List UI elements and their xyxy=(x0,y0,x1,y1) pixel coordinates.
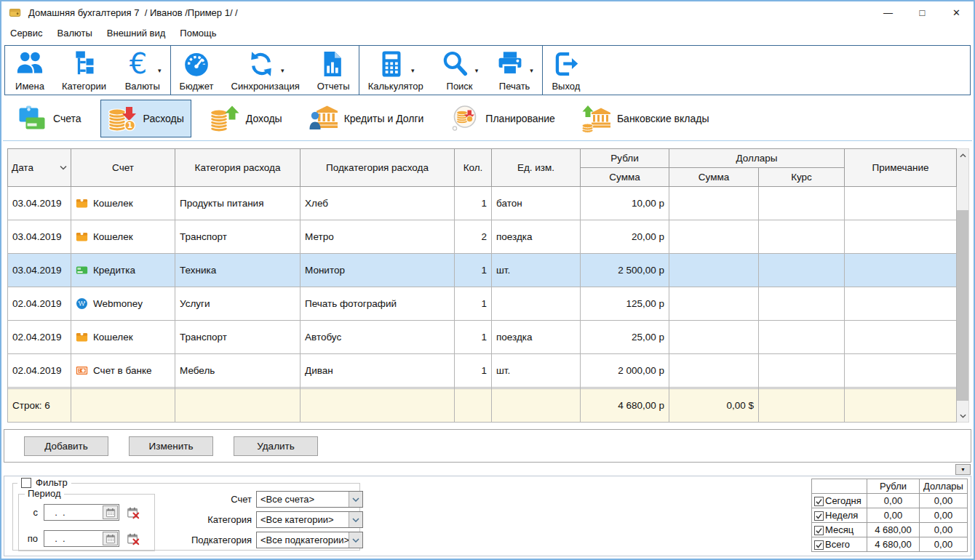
scroll-up-icon[interactable] xyxy=(957,149,968,161)
cell-category[interactable]: Транспорт xyxy=(175,321,301,354)
cell-rub-sum[interactable]: 2 500,00 р xyxy=(581,254,669,287)
cell-date[interactable]: 02.04.2019 xyxy=(8,321,71,354)
cell-date[interactable]: 03.04.2019 xyxy=(8,220,71,254)
toolbar-button[interactable]: Имена xyxy=(7,46,53,95)
summary-checkbox[interactable] xyxy=(814,526,824,535)
col-header-unit[interactable]: Ед. изм. xyxy=(492,149,581,187)
cell-subcategory[interactable]: Хлеб xyxy=(301,187,455,220)
cell-usd-rate[interactable] xyxy=(759,354,845,388)
col-header-note[interactable]: Примечание xyxy=(845,149,957,187)
toolbar-button[interactable]: Категории xyxy=(53,46,115,95)
toolbar-button[interactable]: Бюджет xyxy=(170,46,223,95)
cell-account[interactable]: Кошелек xyxy=(71,220,175,254)
cell-note[interactable] xyxy=(845,187,957,220)
col-header-subcategory[interactable]: Подкатегория расхода xyxy=(301,149,455,187)
menu-item[interactable]: Помощь xyxy=(172,25,223,41)
menu-item[interactable]: Валюты xyxy=(50,25,100,41)
col-header-category[interactable]: Категория расхода xyxy=(175,149,301,187)
cell-usd-rate[interactable] xyxy=(759,220,845,254)
cell-category[interactable]: Транспорт xyxy=(175,220,301,254)
tab[interactable]: Банковские вклады xyxy=(574,100,717,137)
date-to-field[interactable]: . . xyxy=(44,530,119,547)
cell-category[interactable]: Услуги xyxy=(175,287,301,321)
cell-usd-sum[interactable] xyxy=(669,220,759,254)
cell-qty[interactable]: 2 xyxy=(455,220,492,254)
filter-select[interactable]: <Все категории> xyxy=(256,511,363,528)
cell-usd-rate[interactable] xyxy=(759,187,845,220)
cell-account[interactable]: Кошелек xyxy=(71,321,175,354)
cell-note[interactable] xyxy=(845,354,957,388)
cell-rub-sum[interactable]: 125,00 р xyxy=(581,287,669,321)
col-header-usd-rate[interactable]: Курс xyxy=(759,168,845,187)
panel-dropdown-button[interactable]: ▼ xyxy=(955,464,971,475)
delete-button[interactable]: Удалить xyxy=(234,436,318,456)
cell-account[interactable]: Webmoney xyxy=(71,287,175,321)
chevron-down-icon[interactable]: ▾ xyxy=(530,67,533,80)
cell-account[interactable]: Кошелек xyxy=(71,187,175,220)
summary-checkbox[interactable] xyxy=(814,540,824,550)
summary-checkbox[interactable] xyxy=(814,497,824,506)
filter-select[interactable]: <Все счета> xyxy=(256,491,363,508)
calendar-icon[interactable] xyxy=(103,532,118,545)
tab[interactable]: Доходы xyxy=(203,100,290,137)
cell-date[interactable]: 02.04.2019 xyxy=(8,287,71,321)
cell-usd-rate[interactable] xyxy=(759,254,845,287)
filter-select[interactable]: <Все подкатегории> xyxy=(256,532,363,548)
table-row[interactable]: 03.04.2019 Кошелек Транспорт Метро 2 пое… xyxy=(8,220,957,254)
cell-rub-sum[interactable]: 25,00 р xyxy=(581,321,669,354)
cell-rub-sum[interactable]: 20,00 р xyxy=(581,220,669,254)
cell-unit[interactable] xyxy=(492,287,581,321)
tab[interactable]: Планирование xyxy=(442,100,562,137)
cell-rub-sum[interactable]: 2 000,00 р xyxy=(581,354,669,388)
cell-category[interactable]: Мебель xyxy=(175,354,301,388)
scroll-down-icon[interactable] xyxy=(957,409,968,422)
cell-usd-rate[interactable] xyxy=(759,321,845,354)
summary-checkbox[interactable] xyxy=(814,511,824,521)
cell-unit[interactable]: шт. xyxy=(492,254,581,287)
cell-qty[interactable]: 1 xyxy=(455,287,492,321)
toolbar-button[interactable]: ▾ Печать xyxy=(487,46,542,95)
toolbar-button[interactable]: ▾ Валюты xyxy=(115,46,170,95)
cell-usd-sum[interactable] xyxy=(669,287,759,321)
cell-subcategory[interactable]: Печать фотографий xyxy=(301,287,455,321)
cell-rub-sum[interactable]: 10,00 р xyxy=(581,187,669,220)
chevron-down-icon[interactable]: ▾ xyxy=(158,67,162,80)
cell-unit[interactable]: поездка xyxy=(492,321,581,354)
cell-unit[interactable]: батон xyxy=(492,187,581,220)
tab[interactable]: Счета xyxy=(10,100,89,137)
chevron-down-icon[interactable] xyxy=(349,532,362,548)
cell-unit[interactable]: шт. xyxy=(492,354,581,388)
minimize-button[interactable]: — xyxy=(871,1,905,23)
col-header-usd-sum[interactable]: Сумма xyxy=(669,168,759,187)
menu-item[interactable]: Сервис xyxy=(3,25,50,41)
chevron-down-icon[interactable]: ▾ xyxy=(411,67,415,80)
chevron-down-icon[interactable]: ▾ xyxy=(281,67,284,80)
cell-category[interactable]: Техника xyxy=(175,254,301,287)
col-group-usd[interactable]: Доллары xyxy=(669,149,845,168)
cell-qty[interactable]: 1 xyxy=(455,187,492,220)
table-row[interactable]: 02.04.2019 Кошелек Транспорт Автобус 1 п… xyxy=(8,321,957,354)
calendar-icon[interactable] xyxy=(103,505,118,519)
chevron-down-icon[interactable] xyxy=(349,492,362,507)
cell-category[interactable]: Продукты питания xyxy=(175,187,301,220)
scrollbar-thumb[interactable] xyxy=(957,210,968,401)
cell-usd-sum[interactable] xyxy=(669,254,759,287)
chevron-down-icon[interactable]: ▾ xyxy=(475,67,479,80)
table-row[interactable]: 02.04.2019 Webmoney Услуги Печать фотогр… xyxy=(8,287,957,321)
toolbar-button[interactable]: ▾ Поиск xyxy=(432,46,488,95)
cell-date[interactable]: 03.04.2019 xyxy=(8,187,71,220)
cell-note[interactable] xyxy=(845,254,957,287)
cell-note[interactable] xyxy=(845,287,957,321)
cell-subcategory[interactable]: Диван xyxy=(301,354,455,388)
col-group-rub[interactable]: Рубли xyxy=(581,149,669,168)
cell-qty[interactable]: 1 xyxy=(455,354,492,388)
cell-usd-sum[interactable] xyxy=(669,187,759,220)
toolbar-button[interactable]: ▾ Калькулятор xyxy=(359,46,432,95)
cell-subcategory[interactable]: Монитор xyxy=(301,254,455,287)
add-button[interactable]: Добавить xyxy=(24,436,108,456)
cell-date[interactable]: 02.04.2019 xyxy=(8,354,71,388)
cell-account[interactable]: Кредитка xyxy=(71,254,175,287)
vertical-scrollbar[interactable] xyxy=(957,148,969,423)
tab[interactable]: Кредиты и Долги xyxy=(301,100,431,137)
cell-usd-rate[interactable] xyxy=(759,287,845,321)
